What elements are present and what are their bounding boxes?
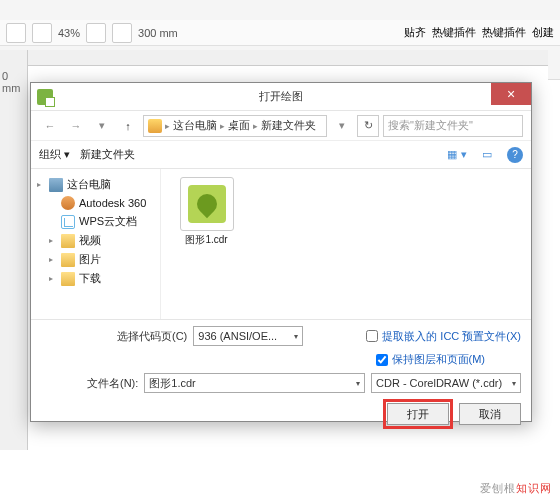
tree-item-video[interactable]: ▸ 视频 (35, 231, 156, 250)
breadcrumb-item[interactable]: 新建文件夹 (261, 118, 316, 133)
file-list[interactable]: 图形1.cdr (161, 169, 531, 319)
icc-checkbox-input[interactable] (366, 330, 378, 342)
filename-combo[interactable]: 图形1.cdr ▾ (144, 373, 365, 393)
nav-up-icon[interactable]: ↑ (117, 115, 139, 137)
chevron-down-icon: ▾ (356, 379, 360, 388)
codepage-label: 选择代码页(C) (117, 329, 187, 344)
filename-label: 文件名(N): (87, 376, 138, 391)
open-button-highlight: 打开 (383, 399, 453, 429)
breadcrumb[interactable]: ▸ 这台电脑 ▸ 桌面 ▸ 新建文件夹 (143, 115, 327, 137)
top-measure: 300 mm (138, 27, 178, 39)
cdr-file-icon (188, 185, 226, 223)
tree-label: 这台电脑 (67, 177, 111, 192)
folder-icon (61, 253, 75, 267)
app-toolbar: 43% 300 mm 贴齐 热键插件 热键插件 创建 (0, 20, 560, 46)
dialog-body: ▸ 这台电脑 Autodesk 360 WPS云文档 ▸ 视频 ▸ (31, 169, 531, 319)
watermark: 爱刨根知识网 (480, 479, 552, 496)
tree-label: 图片 (79, 252, 101, 267)
watermark-prefix: 爱刨根 (480, 482, 516, 494)
folder-icon (61, 272, 75, 286)
breadcrumb-item[interactable]: 桌面 (228, 118, 250, 133)
cancel-button[interactable]: 取消 (459, 403, 521, 425)
expand-icon[interactable]: ▸ (49, 274, 57, 283)
view-mode-button[interactable]: ▦ ▾ (447, 146, 467, 164)
breadcrumb-dropdown[interactable]: ▾ (331, 115, 353, 137)
vertical-ruler: 0 mm (0, 50, 28, 450)
menu-create[interactable]: 创建 (532, 25, 554, 40)
zoom-level[interactable]: 43% (58, 27, 80, 39)
filetype-combo[interactable]: CDR - CorelDRAW (*.cdr) ▾ (371, 373, 521, 393)
tree-label: Autodesk 360 (79, 197, 146, 209)
tree-label: WPS云文档 (79, 214, 137, 229)
tree-item-pictures[interactable]: ▸ 图片 (35, 250, 156, 269)
chevron-right-icon: ▸ (220, 121, 225, 131)
toolbar-icon-4[interactable] (112, 23, 132, 43)
dialog-title: 打开绘图 (259, 89, 303, 104)
close-button[interactable]: × (491, 83, 531, 105)
pc-icon (49, 178, 63, 192)
coreldraw-icon (37, 89, 53, 105)
refresh-button[interactable]: ↻ (357, 115, 379, 137)
file-item[interactable]: 图形1.cdr (169, 177, 244, 247)
icc-checkbox[interactable]: 提取嵌入的 ICC 预置文件(X) (366, 329, 521, 344)
watermark-suffix: 知识网 (516, 482, 552, 494)
layers-checkbox[interactable]: 保持图层和页面(M) (376, 352, 486, 367)
layers-checkbox-label: 保持图层和页面(M) (392, 352, 486, 367)
expand-icon[interactable]: ▸ (49, 255, 57, 264)
tree-label: 下载 (79, 271, 101, 286)
organize-button[interactable]: 组织 ▾ (39, 147, 70, 162)
toolbar-icon-2[interactable] (32, 23, 52, 43)
folder-icon (61, 234, 75, 248)
chevron-down-icon: ▾ (512, 379, 516, 388)
folder-icon (148, 119, 162, 133)
filetype-value: CDR - CorelDRAW (*.cdr) (376, 377, 502, 389)
cloud-icon (61, 215, 75, 229)
menu-snap[interactable]: 贴齐 (404, 25, 426, 40)
search-input[interactable]: 搜索"新建文件夹" (383, 115, 523, 137)
icc-checkbox-label: 提取嵌入的 ICC 预置文件(X) (382, 329, 521, 344)
toolbar-icon-1[interactable] (6, 23, 26, 43)
menu-plugin-2[interactable]: 热键插件 (482, 25, 526, 40)
codepage-value: 936 (ANSI/OE... (198, 330, 277, 342)
nav-back-icon[interactable]: ← (39, 115, 61, 137)
menu-plugin-1[interactable]: 热键插件 (432, 25, 476, 40)
filename-value: 图形1.cdr (149, 376, 195, 391)
file-thumbnail (180, 177, 234, 231)
preview-pane-button[interactable]: ▭ (477, 146, 497, 164)
dialog-titlebar: 打开绘图 × (31, 83, 531, 111)
expand-icon[interactable]: ▸ (49, 236, 57, 245)
autodesk-icon (61, 196, 75, 210)
chevron-right-icon: ▸ (165, 121, 170, 131)
layers-checkbox-input[interactable] (376, 354, 388, 366)
dialog-bottom: 选择代码页(C) 936 (ANSI/OE... ▾ 提取嵌入的 ICC 预置文… (31, 319, 531, 437)
folder-tree: ▸ 这台电脑 Autodesk 360 WPS云文档 ▸ 视频 ▸ (31, 169, 161, 319)
nav-history-dropdown[interactable]: ▾ (91, 115, 113, 137)
nav-forward-icon[interactable]: → (65, 115, 87, 137)
dialog-toolbar: 组织 ▾ 新建文件夹 ▦ ▾ ▭ ? (31, 141, 531, 169)
open-file-dialog: 打开绘图 × ← → ▾ ↑ ▸ 这台电脑 ▸ 桌面 ▸ 新建文件夹 ▾ ↻ 搜… (30, 82, 532, 422)
chevron-right-icon: ▸ (253, 121, 258, 131)
help-icon[interactable]: ? (507, 147, 523, 163)
file-name: 图形1.cdr (185, 233, 227, 247)
path-row: ← → ▾ ↑ ▸ 这台电脑 ▸ 桌面 ▸ 新建文件夹 ▾ ↻ 搜索"新建文件夹… (31, 111, 531, 141)
horizontal-ruler (28, 50, 548, 66)
breadcrumb-item[interactable]: 这台电脑 (173, 118, 217, 133)
tree-item-downloads[interactable]: ▸ 下载 (35, 269, 156, 288)
search-placeholder: 搜索"新建文件夹" (388, 118, 473, 133)
tree-item-autodesk[interactable]: Autodesk 360 (35, 194, 156, 212)
new-folder-button[interactable]: 新建文件夹 (80, 147, 135, 162)
ruler-tick: 0 mm (2, 70, 27, 94)
chevron-down-icon: ▾ (294, 332, 298, 341)
codepage-combo[interactable]: 936 (ANSI/OE... ▾ (193, 326, 303, 346)
open-button[interactable]: 打开 (387, 403, 449, 425)
tree-item-wps[interactable]: WPS云文档 (35, 212, 156, 231)
tree-item-pc[interactable]: ▸ 这台电脑 (35, 175, 156, 194)
toolbar-icon-3[interactable] (86, 23, 106, 43)
expand-icon[interactable]: ▸ (37, 180, 45, 189)
tree-label: 视频 (79, 233, 101, 248)
